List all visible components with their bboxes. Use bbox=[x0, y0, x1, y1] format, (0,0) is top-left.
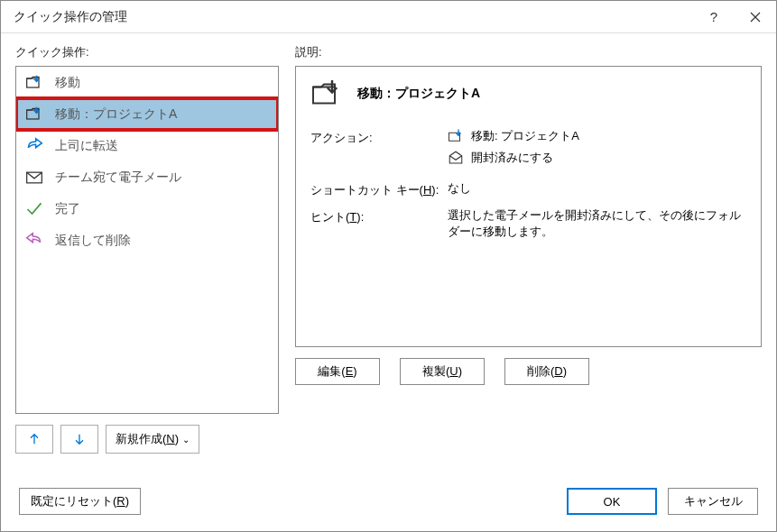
list-item-label: 完了 bbox=[55, 201, 80, 217]
dialog-window: クイック操作の管理 ? クイック操作: 移動 bbox=[0, 0, 777, 532]
list-item-wrapper-selected: 移動：プロジェクトA bbox=[16, 98, 278, 130]
actions-label: アクション: bbox=[310, 128, 448, 146]
detail-row-actions: アクション: 移動: プロジェクトA 開封済みにする bbox=[310, 128, 746, 171]
shortcut-value: なし bbox=[448, 180, 746, 197]
list-item-label: チーム宛て電子メール bbox=[55, 170, 181, 186]
right-pane: 説明: 移動：プロジェクトA アクション: 移動: プロジェク bbox=[295, 44, 762, 454]
shortcut-label: ショートカット キー(H): bbox=[310, 180, 448, 198]
footer: 既定にリセット(R) OK キャンセル bbox=[1, 488, 776, 531]
hint-value: 選択した電子メールを開封済みにして、その後にフォルダーに移動します。 bbox=[448, 207, 746, 240]
actions-value: 移動: プロジェクトA 開封済みにする bbox=[448, 128, 746, 171]
action-mark-read: 開封済みにする bbox=[448, 150, 746, 166]
reply-undo-icon bbox=[24, 231, 44, 251]
arrow-up-icon bbox=[27, 432, 42, 446]
ok-button[interactable]: OK bbox=[567, 488, 657, 515]
hint-label: ヒント(T): bbox=[310, 207, 448, 225]
envelope-open-icon bbox=[448, 150, 464, 166]
move-down-button[interactable] bbox=[60, 425, 98, 454]
list-item-move[interactable]: 移動 bbox=[16, 67, 278, 98]
move-folder-icon bbox=[24, 73, 44, 93]
move-folder-icon bbox=[24, 105, 44, 124]
window-title: クイック操作の管理 bbox=[14, 9, 693, 25]
list-item-team-email[interactable]: チーム宛て電子メール bbox=[16, 161, 278, 193]
titlebar: クイック操作の管理 ? bbox=[1, 1, 776, 33]
new-button-label: 新規作成(N) bbox=[116, 431, 179, 447]
detail-box: 移動：プロジェクトA アクション: 移動: プロジェクトA 開封済みにする bbox=[295, 66, 762, 347]
detail-title: 移動：プロジェクトA bbox=[357, 86, 480, 102]
list-item-label: 上司に転送 bbox=[55, 138, 118, 154]
list-item-label: 移動 bbox=[55, 75, 80, 91]
action-move: 移動: プロジェクトA bbox=[448, 128, 746, 144]
content-area: クイック操作: 移動 移動：プロジェクトA bbox=[1, 33, 776, 531]
envelope-icon bbox=[24, 168, 44, 188]
list-item-done[interactable]: 完了 bbox=[16, 193, 278, 225]
duplicate-button[interactable]: 複製(U) bbox=[400, 358, 485, 385]
new-quickstep-button[interactable]: 新規作成(N) ⌄ bbox=[106, 425, 199, 454]
close-icon bbox=[750, 12, 761, 23]
footer-right: OK キャンセル bbox=[567, 488, 758, 515]
detail-row-shortcut: ショートカット キー(H): なし bbox=[310, 180, 746, 198]
action-text: 開封済みにする bbox=[471, 150, 553, 166]
list-item-move-project-a[interactable]: 移動：プロジェクトA bbox=[16, 98, 278, 130]
titlebar-buttons: ? bbox=[693, 1, 776, 32]
description-label: 説明: bbox=[295, 44, 762, 60]
quicksteps-label: クイック操作: bbox=[15, 44, 279, 60]
list-item-forward-boss[interactable]: 上司に転送 bbox=[16, 130, 278, 161]
list-item-reply-delete[interactable]: 返信して削除 bbox=[16, 225, 278, 256]
help-button[interactable]: ? bbox=[693, 1, 735, 32]
move-folder-large-icon bbox=[310, 78, 343, 110]
main-area: クイック操作: 移動 移動：プロジェクトA bbox=[1, 33, 776, 454]
detail-header: 移動：プロジェクトA bbox=[310, 78, 746, 110]
forward-arrow-icon bbox=[24, 136, 44, 156]
quicksteps-list[interactable]: 移動 移動：プロジェクトA bbox=[15, 66, 279, 414]
move-up-button[interactable] bbox=[15, 425, 53, 454]
detail-buttons: 編集(E) 複製(U) 削除(D) bbox=[295, 358, 762, 385]
left-pane: クイック操作: 移動 移動：プロジェクトA bbox=[15, 44, 279, 454]
edit-button[interactable]: 編集(E) bbox=[295, 358, 380, 385]
reset-defaults-button[interactable]: 既定にリセット(R) bbox=[19, 488, 141, 515]
list-item-label: 移動：プロジェクトA bbox=[55, 106, 177, 123]
cancel-button[interactable]: キャンセル bbox=[668, 488, 758, 515]
left-controls: 新規作成(N) ⌄ bbox=[15, 425, 279, 454]
close-button[interactable] bbox=[735, 1, 776, 32]
list-item-label: 返信して削除 bbox=[55, 233, 131, 249]
action-text: 移動: プロジェクトA bbox=[471, 128, 579, 144]
delete-button[interactable]: 削除(D) bbox=[504, 358, 589, 385]
chevron-down-icon: ⌄ bbox=[182, 435, 190, 445]
checkmark-icon bbox=[24, 199, 44, 219]
arrow-down-icon bbox=[72, 432, 87, 446]
detail-row-hint: ヒント(T): 選択した電子メールを開封済みにして、その後にフォルダーに移動しま… bbox=[310, 207, 746, 240]
move-folder-blue-icon bbox=[448, 128, 464, 144]
